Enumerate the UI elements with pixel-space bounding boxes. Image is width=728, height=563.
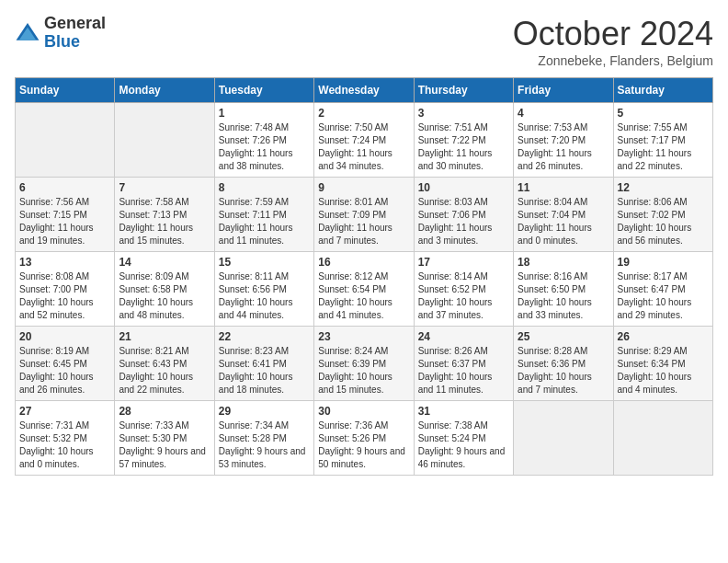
logo-blue-text: Blue bbox=[44, 33, 106, 52]
column-header-sunday: Sunday bbox=[16, 78, 115, 103]
day-number: 14 bbox=[119, 256, 210, 269]
day-number: 8 bbox=[219, 181, 310, 194]
day-info: Sunrise: 8:04 AMSunset: 7:04 PMDaylight:… bbox=[518, 196, 609, 247]
day-info: Sunrise: 7:51 AMSunset: 7:22 PMDaylight:… bbox=[418, 121, 509, 173]
day-info: Sunrise: 7:38 AMSunset: 5:24 PMDaylight:… bbox=[418, 419, 509, 471]
day-info: Sunrise: 7:56 AMSunset: 7:15 PMDaylight:… bbox=[19, 196, 110, 247]
logo-general-text: General bbox=[44, 15, 106, 33]
calendar-cell: 2Sunrise: 7:50 AMSunset: 7:24 PMDaylight… bbox=[314, 103, 414, 178]
day-info: Sunrise: 7:34 AMSunset: 5:28 PMDaylight:… bbox=[219, 419, 310, 471]
day-info: Sunrise: 8:17 AMSunset: 6:47 PMDaylight:… bbox=[618, 270, 709, 322]
calendar-cell: 5Sunrise: 7:55 AMSunset: 7:17 PMDaylight… bbox=[613, 103, 712, 178]
day-number: 17 bbox=[418, 256, 509, 269]
week-row-1: 1Sunrise: 7:48 AMSunset: 7:26 PMDaylight… bbox=[16, 103, 713, 178]
title-block: October 2024 Zonnebeke, Flanders, Belgiu… bbox=[513, 15, 713, 68]
day-info: Sunrise: 8:03 AMSunset: 7:06 PMDaylight:… bbox=[418, 196, 509, 247]
calendar-cell: 31Sunrise: 7:38 AMSunset: 5:24 PMDayligh… bbox=[414, 401, 513, 476]
day-number: 19 bbox=[618, 256, 709, 269]
calendar-cell: 28Sunrise: 7:33 AMSunset: 5:30 PMDayligh… bbox=[115, 401, 214, 476]
day-info: Sunrise: 7:48 AMSunset: 7:26 PMDaylight:… bbox=[219, 121, 310, 173]
day-info: Sunrise: 8:28 AMSunset: 6:36 PMDaylight:… bbox=[518, 345, 609, 396]
calendar-cell: 7Sunrise: 7:58 AMSunset: 7:13 PMDaylight… bbox=[115, 178, 214, 252]
day-info: Sunrise: 8:19 AMSunset: 6:45 PMDaylight:… bbox=[19, 345, 110, 396]
week-row-2: 6Sunrise: 7:56 AMSunset: 7:15 PMDaylight… bbox=[16, 178, 713, 252]
day-number: 1 bbox=[219, 107, 310, 120]
calendar-header: SundayMondayTuesdayWednesdayThursdayFrid… bbox=[16, 78, 713, 103]
day-number: 18 bbox=[518, 256, 609, 269]
day-info: Sunrise: 8:12 AMSunset: 6:54 PMDaylight:… bbox=[318, 270, 409, 322]
calendar-cell: 13Sunrise: 8:08 AMSunset: 7:00 PMDayligh… bbox=[16, 252, 115, 327]
day-number: 20 bbox=[19, 330, 110, 343]
day-number: 13 bbox=[19, 256, 110, 269]
day-number: 25 bbox=[518, 330, 609, 343]
calendar-cell: 30Sunrise: 7:36 AMSunset: 5:26 PMDayligh… bbox=[314, 401, 414, 476]
day-number: 16 bbox=[318, 256, 409, 269]
day-info: Sunrise: 8:21 AMSunset: 6:43 PMDaylight:… bbox=[119, 345, 210, 396]
day-info: Sunrise: 7:55 AMSunset: 7:17 PMDaylight:… bbox=[618, 121, 709, 173]
logo: General Blue bbox=[15, 15, 106, 52]
day-info: Sunrise: 7:53 AMSunset: 7:20 PMDaylight:… bbox=[518, 121, 609, 173]
day-info: Sunrise: 7:36 AMSunset: 5:26 PMDaylight:… bbox=[318, 419, 409, 471]
day-info: Sunrise: 8:16 AMSunset: 6:50 PMDaylight:… bbox=[518, 270, 609, 322]
calendar-cell bbox=[613, 401, 712, 476]
column-header-saturday: Saturday bbox=[613, 78, 712, 103]
day-number: 23 bbox=[318, 330, 409, 343]
week-row-4: 20Sunrise: 8:19 AMSunset: 6:45 PMDayligh… bbox=[16, 327, 713, 401]
page-header: General Blue October 2024 Zonnebeke, Fla… bbox=[15, 15, 713, 68]
calendar-cell: 29Sunrise: 7:34 AMSunset: 5:28 PMDayligh… bbox=[214, 401, 313, 476]
calendar-cell: 19Sunrise: 8:17 AMSunset: 6:47 PMDayligh… bbox=[613, 252, 712, 327]
calendar-cell: 15Sunrise: 8:11 AMSunset: 6:56 PMDayligh… bbox=[214, 252, 313, 327]
day-info: Sunrise: 8:06 AMSunset: 7:02 PMDaylight:… bbox=[618, 196, 709, 247]
day-number: 29 bbox=[219, 405, 310, 418]
calendar-cell: 26Sunrise: 8:29 AMSunset: 6:34 PMDayligh… bbox=[613, 327, 712, 401]
calendar-cell: 23Sunrise: 8:24 AMSunset: 6:39 PMDayligh… bbox=[314, 327, 414, 401]
day-info: Sunrise: 8:01 AMSunset: 7:09 PMDaylight:… bbox=[318, 196, 409, 247]
day-info: Sunrise: 7:33 AMSunset: 5:30 PMDaylight:… bbox=[119, 419, 210, 471]
day-number: 28 bbox=[119, 405, 210, 418]
day-number: 31 bbox=[418, 405, 509, 418]
day-number: 2 bbox=[318, 107, 409, 120]
day-info: Sunrise: 8:23 AMSunset: 6:41 PMDaylight:… bbox=[219, 345, 310, 396]
location-subtitle: Zonnebeke, Flanders, Belgium bbox=[513, 53, 713, 68]
calendar-table: SundayMondayTuesdayWednesdayThursdayFrid… bbox=[15, 77, 713, 476]
calendar-cell: 6Sunrise: 7:56 AMSunset: 7:15 PMDaylight… bbox=[16, 178, 115, 252]
calendar-cell: 12Sunrise: 8:06 AMSunset: 7:02 PMDayligh… bbox=[613, 178, 712, 252]
header-row: SundayMondayTuesdayWednesdayThursdayFrid… bbox=[16, 78, 713, 103]
calendar-cell: 14Sunrise: 8:09 AMSunset: 6:58 PMDayligh… bbox=[115, 252, 214, 327]
logo-icon bbox=[15, 20, 40, 46]
day-number: 22 bbox=[219, 330, 310, 343]
day-info: Sunrise: 7:31 AMSunset: 5:32 PMDaylight:… bbox=[19, 419, 110, 471]
column-header-monday: Monday bbox=[115, 78, 214, 103]
column-header-friday: Friday bbox=[514, 78, 613, 103]
calendar-cell: 18Sunrise: 8:16 AMSunset: 6:50 PMDayligh… bbox=[514, 252, 613, 327]
day-info: Sunrise: 8:14 AMSunset: 6:52 PMDaylight:… bbox=[418, 270, 509, 322]
calendar-body: 1Sunrise: 7:48 AMSunset: 7:26 PMDaylight… bbox=[16, 103, 713, 476]
day-number: 7 bbox=[119, 181, 210, 194]
day-number: 24 bbox=[418, 330, 509, 343]
calendar-cell bbox=[16, 103, 115, 178]
calendar-cell: 24Sunrise: 8:26 AMSunset: 6:37 PMDayligh… bbox=[414, 327, 513, 401]
day-info: Sunrise: 8:24 AMSunset: 6:39 PMDaylight:… bbox=[318, 345, 409, 396]
column-header-tuesday: Tuesday bbox=[214, 78, 313, 103]
day-number: 30 bbox=[318, 405, 409, 418]
calendar-cell: 17Sunrise: 8:14 AMSunset: 6:52 PMDayligh… bbox=[414, 252, 513, 327]
calendar-cell: 11Sunrise: 8:04 AMSunset: 7:04 PMDayligh… bbox=[514, 178, 613, 252]
calendar-cell: 20Sunrise: 8:19 AMSunset: 6:45 PMDayligh… bbox=[16, 327, 115, 401]
day-info: Sunrise: 8:09 AMSunset: 6:58 PMDaylight:… bbox=[119, 270, 210, 322]
day-number: 3 bbox=[418, 107, 509, 120]
day-number: 15 bbox=[219, 256, 310, 269]
calendar-cell: 10Sunrise: 8:03 AMSunset: 7:06 PMDayligh… bbox=[414, 178, 513, 252]
day-number: 11 bbox=[518, 181, 609, 194]
day-info: Sunrise: 8:11 AMSunset: 6:56 PMDaylight:… bbox=[219, 270, 310, 322]
logo-text: General Blue bbox=[44, 15, 106, 52]
day-number: 26 bbox=[618, 330, 709, 343]
week-row-3: 13Sunrise: 8:08 AMSunset: 7:00 PMDayligh… bbox=[16, 252, 713, 327]
day-number: 5 bbox=[618, 107, 709, 120]
calendar-cell: 1Sunrise: 7:48 AMSunset: 7:26 PMDaylight… bbox=[214, 103, 313, 178]
day-number: 6 bbox=[19, 181, 110, 194]
calendar-cell: 21Sunrise: 8:21 AMSunset: 6:43 PMDayligh… bbox=[115, 327, 214, 401]
calendar-cell: 27Sunrise: 7:31 AMSunset: 5:32 PMDayligh… bbox=[16, 401, 115, 476]
calendar-cell bbox=[115, 103, 214, 178]
calendar-cell: 4Sunrise: 7:53 AMSunset: 7:20 PMDaylight… bbox=[514, 103, 613, 178]
calendar-cell: 8Sunrise: 7:59 AMSunset: 7:11 PMDaylight… bbox=[214, 178, 313, 252]
